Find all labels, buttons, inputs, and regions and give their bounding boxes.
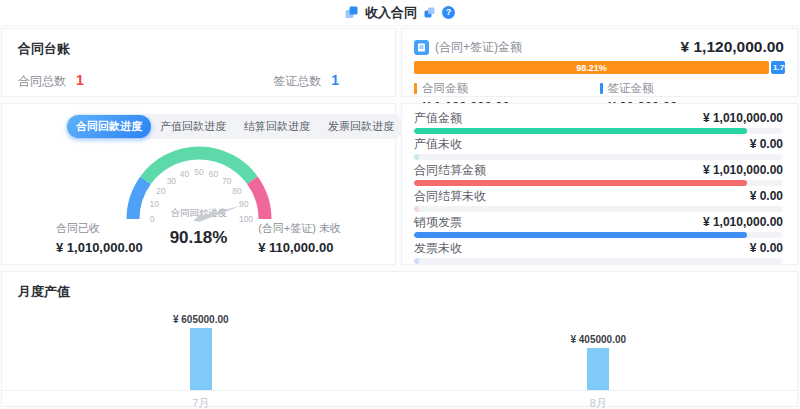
legend-label: 合同金额 [422, 81, 468, 96]
page-title: 收入合同 [365, 4, 417, 22]
svg-text:80: 80 [232, 186, 242, 196]
metric-value: ¥ 0.00 [750, 190, 783, 203]
metric-bar [414, 180, 783, 186]
ledger-stats: 合同总数1签证总数1 [2, 58, 395, 90]
amount-card: (合同+签证)金额 ¥ 1,120,000.00 98.21%1.79% 合同金… [401, 28, 798, 97]
metric-bar [414, 154, 783, 160]
monthly-axis: 7月8月 [2, 391, 797, 409]
x-axis-label: 8月 [400, 396, 798, 409]
svg-text:50: 50 [194, 167, 204, 177]
amount-total: ¥ 1,120,000.00 [681, 38, 784, 56]
tab-3[interactable]: 发票回款进度 [319, 115, 403, 138]
metric-row-5: 发票未收¥ 0.00 [414, 242, 783, 264]
legend-marker [414, 83, 417, 94]
gauge-chart: 0102030405060708090100合同回款进度 [94, 145, 304, 227]
svg-text:70: 70 [221, 176, 231, 186]
metric-value: ¥ 0.00 [750, 242, 783, 255]
bar [190, 328, 212, 390]
monthly-chart: ¥ 605000.00¥ 405000.00 7月8月 [2, 305, 797, 409]
svg-text:90: 90 [238, 199, 248, 209]
document-icon [414, 40, 429, 55]
metrics-card: 产值金额¥ 1,010,000.00产值未收¥ 0.00合同结算金额¥ 1,01… [401, 103, 798, 265]
ledger-stat-0: 合同总数1 [18, 71, 84, 90]
metric-row-4: 销项发票¥ 1,010,000.00 [414, 216, 783, 238]
ledger-title: 合同台账 [2, 29, 395, 58]
tab-1[interactable]: 产值回款进度 [151, 115, 235, 138]
amount-title: (合同+签证)金额 [435, 39, 675, 56]
metric-row-3: 合同结算未收¥ 0.00 [414, 190, 783, 212]
stat-value: 1 [331, 72, 339, 88]
metric-row-2: 合同结算金额¥ 1,010,000.00 [414, 164, 783, 186]
received-label: 合同已收 [56, 221, 143, 236]
amount-bar-segment-1: 1.79% [771, 61, 785, 74]
metric-bar [414, 206, 783, 212]
ledger-stat-1: 签证总数1 [273, 71, 339, 90]
metric-label: 产值未收 [414, 138, 462, 151]
received-stat: 合同已收 ¥ 1,010,000.00 [56, 221, 143, 255]
collection-progress-card: 合同回款进度产值回款进度结算回款进度发票回款进度 010203040506070… [1, 103, 396, 265]
contract-copy-icon [424, 7, 435, 18]
amount-bar-segment-0: 98.21% [414, 61, 769, 74]
svg-text:40: 40 [179, 169, 189, 179]
gauge-footer: 合同已收 ¥ 1,010,000.00 90.18% (合同+签证) 未收 ¥ … [2, 221, 395, 255]
svg-text:60: 60 [208, 169, 218, 179]
progress-tabs: 合同回款进度产值回款进度结算回款进度发票回款进度 [66, 114, 404, 139]
metric-label: 合同结算金额 [414, 164, 486, 177]
legend-label: 签证金额 [608, 81, 654, 96]
x-axis-label: 7月 [2, 396, 400, 409]
pending-label: (合同+签证) 未收 [258, 221, 341, 236]
amount-progress-bar: 98.21%1.79% [414, 61, 785, 74]
metric-value: ¥ 1,010,000.00 [703, 164, 783, 177]
pending-value: ¥ 110,000.00 [258, 240, 341, 255]
stat-value: 1 [76, 72, 84, 88]
metric-bar [414, 232, 783, 238]
svg-text:10: 10 [149, 199, 159, 209]
gauge-value: 90.18% [170, 228, 228, 248]
svg-text:20: 20 [156, 186, 166, 196]
bar-value-label: ¥ 605000.00 [173, 314, 229, 325]
amount-header-row: (合同+签证)金额 ¥ 1,120,000.00 [402, 29, 797, 56]
received-value: ¥ 1,010,000.00 [56, 240, 143, 255]
metric-value: ¥ 1,010,000.00 [703, 216, 783, 229]
metric-label: 合同结算未收 [414, 190, 486, 203]
stat-label: 合同总数 [18, 74, 66, 88]
metric-row-1: 产值未收¥ 0.00 [414, 138, 783, 160]
bar [587, 348, 609, 390]
tab-2[interactable]: 结算回款进度 [235, 115, 319, 138]
metric-label: 发票未收 [414, 242, 462, 255]
tab-0[interactable]: 合同回款进度 [67, 115, 151, 138]
metric-label: 产值金额 [414, 112, 462, 125]
legend-marker [600, 83, 603, 94]
bar-column-1: ¥ 405000.00 [400, 334, 798, 390]
metric-bar [414, 258, 783, 264]
help-icon[interactable]: ? [442, 6, 455, 19]
bar-value-label: ¥ 405000.00 [570, 334, 626, 345]
monthly-title: 月度产值 [2, 272, 797, 301]
pending-stat: (合同+签证) 未收 ¥ 110,000.00 [258, 221, 341, 255]
metric-value: ¥ 0.00 [750, 138, 783, 151]
contract-folder-icon [345, 6, 358, 19]
bar-column-0: ¥ 605000.00 [2, 314, 400, 390]
monthly-plot: ¥ 605000.00¥ 405000.00 [2, 305, 797, 391]
metrics-list: 产值金额¥ 1,010,000.00产值未收¥ 0.00合同结算金额¥ 1,01… [402, 104, 797, 264]
stat-label: 签证总数 [273, 74, 321, 88]
metric-value: ¥ 1,010,000.00 [703, 112, 783, 125]
svg-text:30: 30 [166, 176, 176, 186]
ledger-card: 合同台账 合同总数1签证总数1 [1, 28, 396, 97]
metric-label: 销项发票 [414, 216, 462, 229]
monthly-output-card: 月度产值 ¥ 605000.00¥ 405000.00 7月8月 [1, 271, 798, 407]
page-header: 收入合同 ? [0, 0, 800, 26]
metric-bar [414, 128, 783, 134]
metric-row-0: 产值金额¥ 1,010,000.00 [414, 112, 783, 134]
